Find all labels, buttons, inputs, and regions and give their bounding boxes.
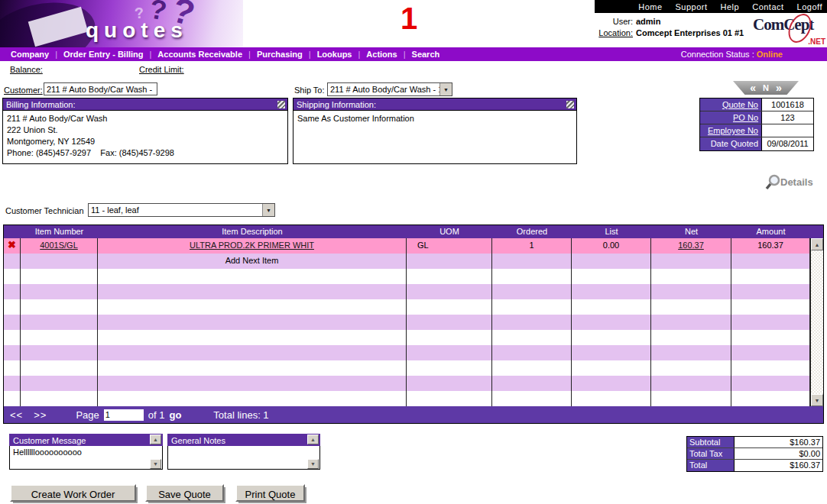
connection-status: Connection Status : Online (681, 50, 827, 59)
empty-cell (407, 315, 492, 330)
empty-cell (731, 391, 810, 406)
table-scrollbar[interactable]: ▲ ▼ (810, 238, 823, 406)
top-link-logoff[interactable]: Logoff (797, 2, 822, 11)
empty-cell (572, 299, 651, 315)
billing-panel-title: Billing Information: (6, 100, 76, 109)
customer-message-input[interactable]: Helllllloooooooooo (9, 446, 163, 470)
empty-cell (407, 345, 492, 360)
record-nav-widget: « N » (733, 81, 799, 95)
nav-item-accounts-receivable[interactable]: Accounts Receivable (151, 50, 248, 59)
print-quote-button[interactable]: Print Quote (235, 484, 305, 502)
empty-cell (98, 284, 407, 299)
textarea-scrollbar[interactable]: ▲ ▼ (150, 435, 162, 469)
top-link-support[interactable]: Support (676, 2, 708, 11)
employee-no-label[interactable]: Employee No (700, 124, 762, 137)
po-no-value: 123 (762, 111, 813, 124)
scroll-up-icon[interactable]: ▲ (307, 435, 319, 444)
cell-uom: GL (407, 238, 492, 254)
empty-cell (98, 330, 407, 345)
general-notes-input[interactable] (167, 446, 320, 470)
add-next-item-link[interactable]: Add Next Item (98, 254, 407, 269)
quote-no-value: 1001618 (762, 99, 813, 111)
total-tax-value: $0.00 (735, 448, 822, 459)
save-quote-button[interactable]: Save Quote (145, 484, 224, 502)
empty-cell (21, 269, 98, 284)
nav-item-actions[interactable]: Actions (360, 50, 403, 59)
empty-cell (731, 330, 810, 345)
details-button[interactable]: Details (765, 173, 813, 190)
nav-item-lookups[interactable]: Lookups (311, 50, 358, 59)
items-table-body: ✖4001S/GLULTRA PROD.2K PRIMER WHITGL10.0… (4, 238, 823, 406)
cell-list: 0.00 (572, 238, 651, 254)
balance-link[interactable]: Balance: (10, 65, 43, 74)
scroll-up-icon[interactable]: ▲ (811, 238, 823, 250)
credit-limit-link[interactable]: Credit Limit: (139, 65, 184, 74)
scroll-down-icon[interactable]: ▼ (307, 459, 319, 469)
empty-cell (572, 254, 651, 269)
scroll-down-icon[interactable]: ▼ (150, 459, 161, 469)
app-banner: ? ? ? quotes (0, 0, 243, 47)
customer-message-panel: Customer Message Helllllloooooooooo ▲ ▼ (9, 434, 163, 470)
top-link-help[interactable]: Help (721, 2, 740, 11)
empty-cell (21, 284, 98, 299)
empty-cell (4, 269, 21, 284)
nav-item-search[interactable]: Search (406, 50, 446, 59)
scroll-down-icon[interactable]: ▼ (811, 394, 823, 406)
nav-item-order-entry-billing[interactable]: Order Entry - Billing (57, 50, 150, 59)
empty-cell (572, 391, 651, 406)
record-next-button[interactable]: » (776, 82, 782, 93)
pager-next-button[interactable]: >> (34, 409, 47, 421)
empty-cell (21, 360, 98, 376)
pager-page-label: Page (76, 409, 99, 421)
empty-cell (492, 391, 572, 406)
notes-icon[interactable] (566, 101, 574, 108)
empty-cell (572, 284, 651, 299)
user-value: admin (636, 16, 748, 27)
empty-cell (492, 269, 572, 284)
empty-cell (4, 254, 21, 269)
pager-prev-button[interactable]: << (10, 409, 23, 421)
top-link-home[interactable]: Home (638, 2, 662, 11)
pager-total-lines: Total lines: 1 (213, 409, 268, 421)
quote-no-label[interactable]: Quote No (700, 99, 762, 111)
record-new-button[interactable]: N (763, 83, 769, 92)
technician-value: 11 - leaf, leaf (89, 205, 262, 215)
nav-item-company[interactable]: Company (5, 50, 55, 59)
ship-to-select[interactable]: 211 # Auto Body/Car Wash - 1 ▼ (327, 82, 452, 96)
empty-cell (651, 330, 731, 345)
po-no-label[interactable]: PO No (700, 111, 762, 124)
quote-info-row: Date Quoted09/08/2011 (700, 137, 813, 150)
location-link[interactable]: Location: (589, 27, 633, 39)
notes-icon[interactable] (277, 101, 285, 108)
nav-item-purchasing[interactable]: Purchasing (251, 50, 309, 59)
empty-cell (21, 254, 98, 269)
table-row-empty (4, 315, 810, 330)
pager-page-input[interactable] (104, 409, 144, 421)
user-label: User: (589, 16, 633, 27)
chevron-down-icon[interactable]: ▼ (262, 204, 274, 216)
scroll-up-icon[interactable]: ▲ (150, 435, 161, 444)
address-line: 211 # Auto Body/Car Wash (7, 113, 284, 124)
top-link-contact[interactable]: Contact (752, 2, 783, 11)
record-prev-button[interactable]: « (750, 82, 756, 93)
delete-row-icon[interactable]: ✖ (4, 238, 21, 254)
cell-net[interactable]: 160.37 (651, 238, 731, 254)
create-work-order-button[interactable]: Create Work Order (10, 484, 136, 502)
cell-item-number[interactable]: 4001S/GL (21, 238, 98, 254)
subtotal-label: Subtotal (687, 437, 735, 447)
cell-item-description[interactable]: ULTRA PROD.2K PRIMER WHIT (98, 238, 407, 254)
main-nav-bar: Company|Order Entry - Billing|Accounts R… (0, 47, 827, 61)
cell-amount: 160.37 (731, 238, 810, 254)
technician-select[interactable]: 11 - leaf, leaf ▼ (88, 203, 275, 217)
customer-link[interactable]: Customer: (4, 86, 43, 95)
location-value: Comcept Enterprises 01 #1 (636, 27, 748, 39)
chevron-down-icon[interactable]: ▼ (439, 83, 452, 95)
pager-go-button[interactable]: go (169, 409, 181, 421)
connection-status-value: Online (757, 50, 783, 59)
empty-cell (731, 360, 810, 376)
date-quoted-label: Date Quoted (700, 137, 762, 150)
textarea-scrollbar[interactable]: ▲ ▼ (307, 435, 319, 469)
empty-cell (4, 299, 21, 315)
empty-cell (4, 376, 21, 391)
customer-input[interactable] (44, 82, 157, 95)
